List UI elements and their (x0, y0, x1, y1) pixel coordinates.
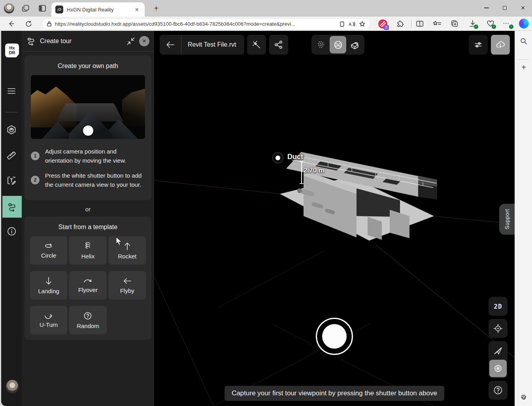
shutter-button[interactable] (316, 318, 353, 355)
tour-rail-item-active[interactable] (2, 196, 22, 218)
circle-orbit-icon (44, 243, 53, 250)
template-random-button[interactable]: Random (69, 306, 106, 334)
favorite-star-icon[interactable] (359, 21, 366, 27)
app-left-rail: HxDR (1, 31, 22, 406)
model-mode-button[interactable] (346, 36, 363, 53)
workspaces-icon[interactable] (21, 4, 30, 13)
sidebar-add-icon[interactable]: + (519, 63, 528, 72)
favorites-list-icon[interactable] (432, 19, 442, 29)
window-minimize-button[interactable] (477, 0, 496, 16)
url-text[interactable]: https://realitycloudstudio.hxdr.app/asse… (55, 21, 336, 27)
cloud-download-button[interactable] (491, 35, 510, 55)
view-settings-button[interactable] (469, 35, 488, 55)
viewport-back-button[interactable] (160, 41, 181, 48)
crosshair-icon (493, 323, 503, 334)
point-cloud-mode-button[interactable] (313, 36, 330, 53)
step-2: 2 Press the white shutter button to add … (31, 171, 145, 190)
collapse-panel-icon[interactable] (126, 37, 135, 46)
info-icon[interactable] (1, 222, 22, 240)
3d-model-icon (350, 40, 360, 50)
navigation-mode-group (489, 341, 507, 378)
sliders-icon (474, 40, 483, 49)
split-screen-icon[interactable] (415, 19, 425, 29)
arrow-left-icon (123, 277, 132, 285)
more-menu-icon[interactable]: ⋯ ↑ (502, 19, 513, 29)
downloads-status-badge: ✓ (474, 25, 478, 29)
help-question-icon (493, 385, 503, 395)
point-cloud-icon (316, 40, 326, 49)
tab-actions-icon[interactable] (38, 4, 47, 13)
support-tab[interactable]: Support (499, 204, 515, 235)
share-icon (274, 40, 283, 49)
create-tour-panel: Create tour ✕ Create your own path 1 Adj… (22, 31, 154, 406)
render-mode-segmented-control (311, 35, 364, 55)
fly-navigation-button[interactable] (489, 341, 507, 360)
extensions-puzzle-icon[interactable] (395, 19, 406, 29)
or-label: or (22, 206, 154, 212)
address-bar[interactable]: https://realitycloudstudio.hxdr.app/asse… (42, 18, 371, 30)
new-tab-button[interactable]: + (151, 4, 161, 13)
browser-tab[interactable]: HxGN Digital Reality ✕ (51, 2, 145, 17)
refresh-icon[interactable] (23, 18, 34, 29)
browser-essentials-icon[interactable]: ✓ (485, 19, 496, 29)
sidebar-settings-gear-icon[interactable] (519, 393, 528, 403)
extension-badge: 3 (384, 25, 389, 30)
tab-title: HxGN Digital Reality (67, 7, 133, 13)
tour-preview-thumbnail (31, 75, 145, 139)
user-avatar[interactable] (6, 380, 19, 393)
hxdr-logo[interactable]: HxDR (5, 44, 19, 57)
template-rocket-button[interactable]: Rocket (109, 236, 146, 265)
annotation-icon[interactable] (1, 172, 22, 189)
mesh-sphere-icon (333, 40, 343, 50)
question-circle-icon (83, 311, 92, 320)
2d-mode-button[interactable]: 2D (489, 297, 507, 316)
sidebar-search-icon[interactable] (519, 36, 528, 46)
browser-profile-avatar[interactable] (4, 3, 14, 13)
downloads-icon[interactable]: ✓ (468, 19, 478, 29)
tab-favicon (55, 6, 63, 13)
template-landing-button[interactable]: Landing (30, 271, 67, 300)
window-maximize-button[interactable] (496, 0, 514, 16)
measure-ruler-icon[interactable] (1, 146, 22, 164)
extension-app-icon[interactable]: 3 (377, 19, 388, 29)
template-flyby-button[interactable]: Flyby (109, 271, 146, 300)
close-panel-icon[interactable]: ✕ (139, 36, 149, 46)
hamburger-menu-icon[interactable] (1, 82, 22, 100)
arc-arrow-icon (83, 278, 92, 284)
locate-button[interactable] (489, 319, 507, 338)
back-icon[interactable] (6, 18, 17, 29)
u-turn-arrow-icon (44, 313, 53, 319)
assets-cube-icon[interactable] (1, 121, 22, 138)
globe-icon (493, 364, 503, 373)
template-uturn-button[interactable]: U-Turn (30, 306, 67, 334)
own-path-heading: Create your own path (30, 63, 146, 70)
duct-annotation-label: Duct (287, 153, 303, 161)
3d-viewport[interactable]: Duct 2.70 m Revit Test File.rvt (154, 31, 515, 406)
file-name: Revit Test File.rvt (181, 41, 242, 48)
helix-icon (83, 242, 92, 250)
update-badge: ↑ (509, 25, 513, 29)
template-circle-button[interactable]: Circle (30, 236, 67, 265)
send-page-icon[interactable] (339, 21, 345, 27)
mesh-mode-button-selected[interactable] (330, 36, 347, 53)
duct-annotation-marker[interactable] (272, 152, 283, 163)
share-button[interactable] (269, 35, 288, 55)
copilot-icon[interactable] (519, 19, 529, 28)
file-title-bar: Revit Test File.rvt (160, 35, 244, 55)
orbit-globe-button-selected[interactable] (489, 360, 507, 377)
help-button[interactable] (489, 381, 507, 400)
window-close-button[interactable]: ✕ (514, 0, 532, 16)
tab-close-icon[interactable]: ✕ (133, 6, 141, 13)
collections-icon[interactable] (449, 19, 460, 29)
own-path-card: Create your own path 1 Adjust camera pos… (25, 55, 151, 200)
read-aloud-icon[interactable]: A (348, 21, 356, 27)
template-flyover-button[interactable]: Flyover (69, 271, 106, 300)
step-1: 1 Adjust camera position and orientation… (31, 147, 145, 165)
arrow-up-icon (123, 242, 131, 250)
template-card: Start from a template Circle Helix Rocke… (25, 216, 151, 340)
browser-titlebar: HxGN Digital Reality ✕ + ✕ (0, 0, 532, 17)
essentials-status-badge: ✓ (492, 25, 496, 29)
magic-wand-button[interactable] (247, 35, 266, 55)
panel-header: Create tour ✕ (22, 31, 154, 51)
template-helix-button[interactable]: Helix (69, 236, 106, 265)
